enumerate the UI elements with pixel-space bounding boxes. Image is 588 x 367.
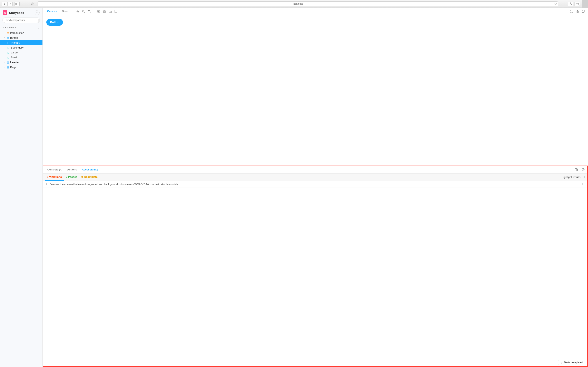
- a11y-rule-row[interactable]: Ensures the contrast between foreground …: [43, 181, 587, 188]
- sidebar-item-large[interactable]: ◻Large: [0, 50, 43, 55]
- svg-rect-2: [576, 3, 578, 5]
- subtab-violations[interactable]: 1 Violations: [45, 173, 64, 181]
- open-new-tab-icon[interactable]: [575, 9, 580, 14]
- subtab-incomplete[interactable]: 0 Incomplete: [79, 173, 99, 181]
- svg-point-6: [88, 10, 90, 12]
- sidebar-item-primary[interactable]: ◻Primary: [0, 40, 43, 45]
- storybook-logo-icon: S: [3, 10, 7, 15]
- bookmark-icon: ◻: [7, 41, 9, 44]
- search-input[interactable]: /: [2, 17, 40, 23]
- privacy-shield-icon[interactable]: [29, 2, 35, 6]
- svg-rect-9: [103, 10, 104, 11]
- sidebar-toggle-button[interactable]: [14, 2, 20, 6]
- addons-panel: Controls (4) Actions Accessibility 1 Vio…: [43, 166, 588, 367]
- tree-label: Primary: [11, 41, 20, 44]
- tree-label: Page: [10, 66, 16, 69]
- highlight-results-toggle[interactable]: Highlight results: [562, 175, 586, 179]
- separator: [73, 9, 73, 13]
- grid-icon[interactable]: [102, 9, 107, 14]
- svg-rect-17: [575, 169, 578, 171]
- measure-icon[interactable]: [113, 9, 119, 14]
- bookmark-icon: ◻: [7, 46, 9, 49]
- svg-rect-0: [16, 3, 18, 5]
- back-button[interactable]: [2, 2, 7, 6]
- preview-canvas: Button: [43, 15, 588, 166]
- sidebar-item-header[interactable]: ▸▦Header: [0, 60, 43, 65]
- status-badge: Tests completed: [558, 360, 585, 365]
- svg-rect-14: [110, 11, 112, 13]
- sidebar-section-heading[interactable]: Example: [0, 25, 43, 30]
- rule-text: Ensures the contrast between foreground …: [49, 183, 178, 186]
- bookmark-icon: ◻: [7, 56, 9, 59]
- document-icon: ▤: [7, 31, 9, 34]
- tab-docs[interactable]: Docs: [60, 8, 71, 15]
- tab-canvas[interactable]: Canvas: [45, 8, 59, 15]
- component-icon: ▦: [7, 61, 9, 64]
- brand-title: Storybook: [9, 11, 33, 15]
- sidebar-item-page[interactable]: ▸▦Page: [0, 65, 43, 69]
- sidebar-item-button[interactable]: ▾▦Button: [0, 35, 43, 40]
- panel-orientation-icon[interactable]: [573, 167, 579, 172]
- component-icon: ▦: [7, 36, 9, 39]
- sidebar-item-small[interactable]: ◻Small: [0, 55, 43, 60]
- section-label: Example: [3, 26, 17, 29]
- svg-rect-11: [103, 12, 104, 13]
- search-field[interactable]: [6, 19, 36, 22]
- viewport-icon[interactable]: [108, 9, 113, 14]
- svg-point-8: [98, 11, 99, 11]
- sidebar-menu-button[interactable]: ⋯: [35, 10, 40, 15]
- copy-link-icon[interactable]: [581, 9, 586, 14]
- zoom-out-icon[interactable]: [81, 9, 86, 14]
- svg-rect-12: [105, 12, 106, 13]
- demo-button[interactable]: Button: [46, 19, 63, 26]
- forward-button[interactable]: [7, 2, 13, 6]
- close-panel-icon[interactable]: [580, 167, 586, 172]
- addon-tabs: Controls (4) Actions Accessibility: [43, 166, 587, 174]
- bookmark-icon: ◻: [7, 51, 9, 54]
- search-shortcut: /: [38, 19, 40, 22]
- fullscreen-icon[interactable]: [569, 9, 575, 14]
- sidebar-item-secondary[interactable]: ◻Secondary: [0, 45, 43, 50]
- zoom-reset-icon[interactable]: [86, 9, 92, 14]
- svg-rect-10: [105, 10, 106, 11]
- browser-chrome: localhost: [0, 0, 588, 8]
- a11y-subtabs: 1 Violations 2 Passes 0 Incomplete Highl…: [43, 174, 587, 181]
- sidebar: S Storybook ⋯ / Example ▤Introduction ▾▦…: [0, 8, 43, 367]
- component-icon: ▦: [7, 66, 9, 69]
- background-icon[interactable]: [96, 9, 102, 14]
- tree-label: Small: [11, 56, 17, 59]
- tree-label: Header: [10, 61, 19, 64]
- share-button[interactable]: [568, 2, 573, 6]
- collapse-icon[interactable]: [38, 26, 40, 29]
- highlight-label: Highlight results: [562, 175, 581, 179]
- checkbox-icon[interactable]: [582, 176, 585, 178]
- reload-icon[interactable]: [554, 3, 557, 5]
- url-text: localhost: [293, 2, 303, 5]
- tree-label: Secondary: [11, 46, 24, 49]
- rule-checkbox[interactable]: [582, 183, 585, 185]
- preview-toolbar: Canvas Docs: [43, 8, 588, 15]
- tree-label: Large: [11, 51, 17, 54]
- tab-accessibility[interactable]: Accessibility: [79, 166, 101, 173]
- tree-label: Button: [10, 36, 18, 39]
- main-area: Canvas Docs Button Controls (4) Ac: [43, 8, 588, 367]
- svg-rect-16: [582, 11, 584, 12]
- zoom-in-icon[interactable]: [75, 9, 80, 14]
- sidebar-tree: ▤Introduction ▾▦Button ◻Primary ◻Seconda…: [0, 30, 43, 69]
- tree-label: Introduction: [10, 31, 24, 34]
- subtab-passes[interactable]: 2 Passes: [64, 173, 79, 181]
- tab-actions[interactable]: Actions: [65, 166, 79, 173]
- tabs-button[interactable]: [575, 2, 580, 6]
- address-bar[interactable]: localhost: [38, 1, 558, 6]
- new-tab-button[interactable]: [582, 0, 588, 8]
- sidebar-item-introduction[interactable]: ▤Introduction: [0, 30, 43, 35]
- chevron-right-icon: [46, 183, 47, 185]
- status-text: Tests completed: [564, 361, 583, 364]
- check-icon: [561, 361, 563, 364]
- tab-controls[interactable]: Controls (4): [45, 166, 65, 173]
